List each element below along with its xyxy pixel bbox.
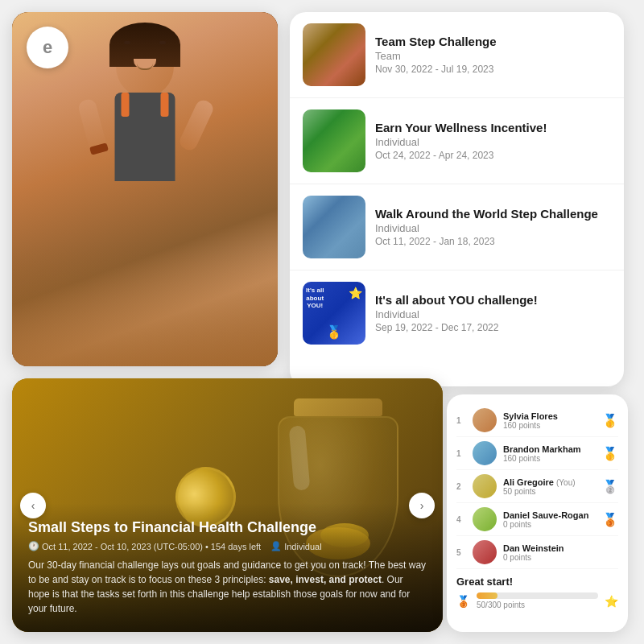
challenge-info-1: Team Step Challenge Team Nov 30, 2022 - … — [375, 35, 611, 75]
lb-medal-4: 🥉 — [602, 512, 618, 527]
progress-label: Great start! — [456, 576, 618, 588]
lb-rank-4: 4 — [456, 515, 466, 524]
lb-rank-2: 1 — [456, 449, 466, 458]
lb-info-2: Brandon Markham 160 points — [503, 444, 596, 463]
you-badge: (You) — [556, 478, 576, 487]
challenge-date-1: Nov 30, 2022 - Jul 19, 2023 — [375, 64, 611, 75]
challenge-title-1: Team Step Challenge — [375, 35, 611, 48]
lb-points-5: 0 points — [503, 553, 612, 562]
lb-info-1: Sylvia Flores 160 points — [503, 411, 596, 430]
challenge-type-4: Individual — [375, 308, 611, 320]
financial-description: Our 30-day financial challenge lays out … — [28, 558, 427, 616]
leaderboard-item-5[interactable]: 5 Dan Weinstein 0 points — [456, 536, 618, 569]
challenges-card: Team Step Challenge Team Nov 30, 2022 - … — [290, 12, 624, 386]
challenge-date-2: Oct 24, 2022 - Apr 24, 2023 — [375, 150, 611, 161]
carousel-arrow-right[interactable]: › — [409, 493, 435, 518]
challenge-info-4: It's all about YOU challenge! Individual… — [375, 293, 611, 333]
financial-background: Small Steps to Financial Health Challeng… — [12, 378, 443, 632]
leaderboard-item-1[interactable]: 1 Sylvia Flores 160 points 🥇 — [456, 404, 618, 437]
leaderboard-item-3[interactable]: 2 Ali Gregoire (You) 50 points 🥈 — [456, 470, 618, 503]
progress-medal-icon: 🥉 — [456, 595, 470, 608]
financial-title: Small Steps to Financial Health Challeng… — [28, 519, 427, 536]
lb-name-2: Brandon Markham — [503, 444, 596, 454]
lb-points-4: 0 points — [503, 520, 596, 529]
challenge-date-3: Oct 11, 2022 - Jan 18, 2023 — [375, 236, 611, 247]
financial-meta: 🕐 Oct 11, 2022 - Oct 10, 2023 (UTC-05:00… — [28, 541, 427, 551]
lb-info-3: Ali Gregoire (You) 50 points — [503, 477, 596, 496]
progress-bar-fill — [477, 592, 497, 599]
challenge-thumb-4: It's allaboutYOU! ⭐ 🥇 — [303, 282, 365, 345]
lb-name-1: Sylvia Flores — [503, 411, 596, 421]
lb-avatar-2 — [473, 441, 497, 465]
lb-info-5: Dan Weinstein 0 points — [503, 543, 612, 562]
challenge-title-4: It's all about YOU challenge! — [375, 293, 611, 307]
challenge-type-2: Individual — [375, 136, 611, 148]
lb-points-3: 50 points — [503, 487, 596, 496]
challenge-thumb-1 — [303, 23, 365, 86]
financial-overlay: Small Steps to Financial Health Challeng… — [12, 503, 443, 632]
financial-meta-date: 🕐 Oct 11, 2022 - Oct 10, 2023 (UTC-05:00… — [28, 541, 261, 551]
progress-section: 🥉 50/300 points ⭐ — [456, 592, 618, 609]
financial-card: Small Steps to Financial Health Challeng… — [12, 378, 443, 632]
lb-name-5: Dan Weinstein — [503, 543, 612, 553]
lb-name-3: Ali Gregoire (You) — [503, 477, 596, 487]
lb-avatar-3 — [473, 474, 497, 498]
runner-card: e — [12, 12, 278, 366]
leaderboard-item-4[interactable]: 4 Daniel Sauve-Rogan 0 points 🥉 — [456, 503, 618, 536]
app-logo: e — [27, 27, 68, 68]
lb-rank-5: 5 — [456, 548, 466, 557]
lb-name-4: Daniel Sauve-Rogan — [503, 510, 596, 520]
lb-medal-2: 🥇 — [602, 446, 618, 461]
progress-star-icon: ⭐ — [605, 595, 618, 608]
challenge-info-2: Earn Your Wellness Incentive! Individual… — [375, 121, 611, 161]
carousel-arrow-left[interactable]: ‹ — [20, 493, 46, 518]
lb-medal-3: 🥈 — [602, 479, 618, 494]
lb-avatar-5 — [473, 540, 497, 564]
challenge-info-3: Walk Around the World Step Challenge Ind… — [375, 207, 611, 247]
lb-avatar-4 — [473, 507, 497, 531]
challenge-item-3[interactable]: Walk Around the World Step Challenge Ind… — [290, 184, 624, 270]
progress-bar — [477, 592, 598, 599]
challenge-date-4: Sep 19, 2022 - Dec 17, 2022 — [375, 322, 611, 333]
lb-rank-1: 1 — [456, 416, 466, 425]
lb-medal-1: 🥇 — [602, 413, 618, 428]
challenge-item-4[interactable]: It's allaboutYOU! ⭐ 🥇 It's all about YOU… — [290, 270, 624, 356]
challenge-title-3: Walk Around the World Step Challenge — [375, 207, 611, 221]
lb-rank-3: 2 — [456, 482, 466, 491]
challenge-item-2[interactable]: Earn Your Wellness Incentive! Individual… — [290, 98, 624, 184]
financial-meta-type: 👤 Individual — [270, 541, 321, 551]
challenge-thumb-2 — [303, 109, 365, 172]
progress-points-label: 50/300 points — [477, 601, 598, 609]
challenge-type-1: Team — [375, 50, 611, 62]
lb-points-1: 160 points — [503, 421, 596, 430]
challenge-title-2: Earn Your Wellness Incentive! — [375, 121, 611, 134]
challenge-thumb-3 — [303, 196, 365, 258]
lb-avatar-1 — [473, 408, 497, 432]
challenge-item-1[interactable]: Team Step Challenge Team Nov 30, 2022 - … — [290, 12, 624, 98]
leaderboard-item-2[interactable]: 1 Brandon Markham 160 points 🥇 — [456, 437, 618, 470]
leaderboard-card: 1 Sylvia Flores 160 points 🥇 1 Brandon M… — [447, 394, 628, 632]
lb-info-4: Daniel Sauve-Rogan 0 points — [503, 510, 596, 529]
challenge-type-3: Individual — [375, 222, 611, 234]
lb-points-2: 160 points — [503, 454, 596, 463]
